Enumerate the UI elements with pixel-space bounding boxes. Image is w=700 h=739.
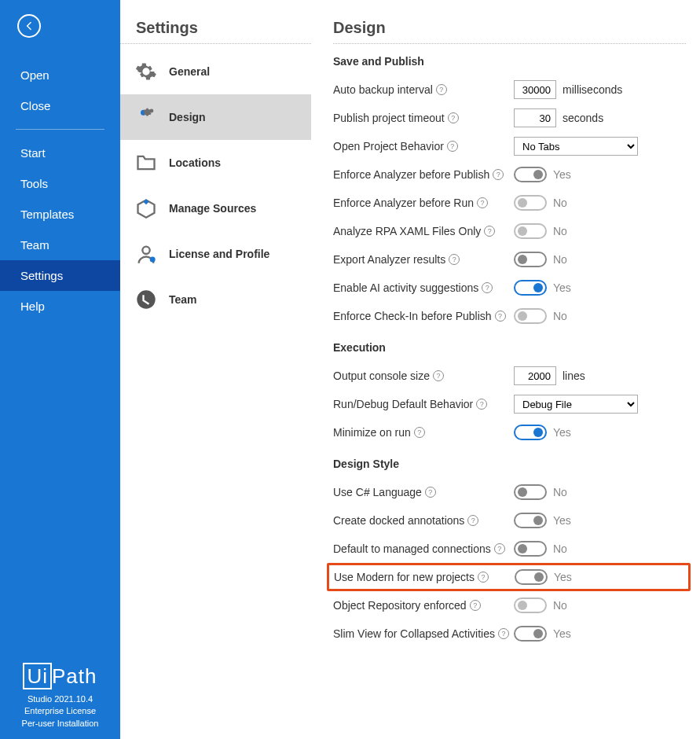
help-icon[interactable]: ? [476,399,487,410]
sidebar-item-open[interactable]: Open [0,60,120,90]
settings-item-locations[interactable]: Locations [120,140,311,186]
obj-repo-label: Object Repository enforced [333,599,467,612]
open-project-label: Open Project Behavior [333,140,444,153]
csharp-toggle[interactable] [514,484,547,500]
folder-icon [134,151,158,175]
export-analyzer-label: Export Analyzer results [333,253,445,266]
help-icon[interactable]: ? [470,600,481,611]
row-csharp: Use C# Language? No [333,478,686,506]
help-icon[interactable]: ? [477,197,488,208]
sidebar-item-team[interactable]: Team [0,230,120,260]
enforce-checkin-label: Enforce Check-In before Publish [333,310,492,322]
settings-item-manage-sources[interactable]: Manage Sources [120,186,311,231]
brand-footer: UiPath Studio 2021.10.4 Enterprise Licen… [0,664,120,730]
minimize-toggle[interactable] [514,425,547,440]
slim-view-label: Slim View for Collapsed Activities [333,627,495,640]
help-icon[interactable]: ? [482,282,493,293]
row-docked: Create docked annotations? Yes [333,506,686,535]
settings-item-design[interactable]: Design [120,94,311,140]
back-button[interactable] [17,14,41,38]
help-icon[interactable]: ? [484,226,495,237]
analyze-rpa-toggle[interactable] [514,223,547,239]
auto-backup-unit: milliseconds [563,83,622,96]
enforce-analyzer-run-toggle[interactable] [514,195,547,211]
user-badge-icon [134,242,158,266]
row-slim-view: Slim View for Collapsed Activities? Yes [333,620,686,648]
gear-icon [134,60,158,83]
help-icon[interactable]: ? [449,254,460,265]
row-publish-timeout: Publish project timeout? seconds [333,104,686,132]
branch-icon [134,288,158,311]
sidebar-item-close[interactable]: Close [0,90,120,121]
csharp-label: Use C# Language [333,486,422,498]
help-icon[interactable]: ? [495,311,506,322]
settings-item-label: License and Profile [169,248,269,260]
help-icon[interactable]: ? [498,628,509,639]
svg-point-2 [137,290,155,308]
settings-nav: Settings General Design Locations Manage… [120,0,311,739]
design-panel: Design Save and Publish Auto backup inte… [311,0,700,739]
help-icon[interactable]: ? [478,572,489,583]
toggle-label: Yes [554,571,572,583]
row-open-project: Open Project Behavior? No Tabs [333,132,686,160]
arrow-left-icon [23,20,35,32]
row-minimize: Minimize on run? Yes [333,418,686,447]
modern-toggle[interactable] [515,569,548,585]
obj-repo-toggle[interactable] [514,597,547,613]
docked-toggle[interactable] [514,513,547,528]
settings-item-general[interactable]: General [120,49,311,94]
help-icon[interactable]: ? [414,427,425,438]
enable-ai-toggle[interactable] [514,280,547,296]
sidebar-item-templates[interactable]: Templates [0,199,120,230]
toggle-label: No [553,253,567,266]
modern-label: Use Modern for new projects [334,571,475,583]
sidebar-item-start[interactable]: Start [0,138,120,168]
svg-point-0 [142,247,149,254]
sidebar-divider [16,129,104,130]
help-icon[interactable]: ? [467,515,478,526]
run-debug-select[interactable]: Debug File [514,395,638,414]
toggle-label: No [553,197,567,209]
toggle-label: Yes [553,281,571,294]
slim-view-toggle[interactable] [514,626,547,642]
logo-ui: Ui [23,663,52,689]
help-icon[interactable]: ? [436,84,447,95]
sidebar-item-help[interactable]: Help [0,291,120,322]
export-analyzer-toggle[interactable] [514,252,547,267]
help-icon[interactable]: ? [493,169,504,180]
settings-item-license[interactable]: License and Profile [120,231,311,277]
sidebar-item-settings[interactable]: Settings [0,260,120,291]
managed-conn-toggle[interactable] [514,541,547,557]
auto-backup-input[interactable] [514,80,556,99]
sidebar-group-1: Open Close [0,60,120,121]
enforce-analyzer-publish-toggle[interactable] [514,167,547,182]
design-style-head: Design Style [333,458,686,470]
output-console-input[interactable] [514,366,556,385]
output-console-label: Output console size [333,370,430,382]
svg-point-1 [150,257,156,263]
logo-path: Path [52,664,97,688]
help-icon[interactable]: ? [425,487,436,498]
help-icon[interactable]: ? [448,112,459,123]
open-project-select[interactable]: No Tabs [514,137,638,156]
row-run-debug: Run/Debug Default Behavior? Debug File [333,390,686,418]
run-debug-label: Run/Debug Default Behavior [333,398,473,410]
toggle-label: No [553,542,567,555]
help-icon[interactable]: ? [494,543,505,554]
help-icon[interactable]: ? [433,370,444,381]
sidebar-item-tools[interactable]: Tools [0,168,120,199]
enforce-analyzer-publish-label: Enforce Analyzer before Publish [333,168,489,181]
package-icon [134,197,158,220]
help-icon[interactable]: ? [447,141,458,152]
row-analyze-rpa: Analyze RPA XAML Files Only? No [333,217,686,245]
save-publish-head: Save and Publish [333,55,686,68]
publish-timeout-input[interactable] [514,108,556,127]
toggle-label: No [553,225,567,237]
toggle-label: No [553,310,567,322]
row-enable-ai: Enable AI activity suggestions? Yes [333,274,686,302]
brand-license: Enterprise License [0,705,120,717]
gears-icon [134,105,158,129]
settings-item-team[interactable]: Team [120,277,311,322]
execution-head: Execution [333,341,686,354]
enforce-checkin-toggle[interactable] [514,308,547,324]
